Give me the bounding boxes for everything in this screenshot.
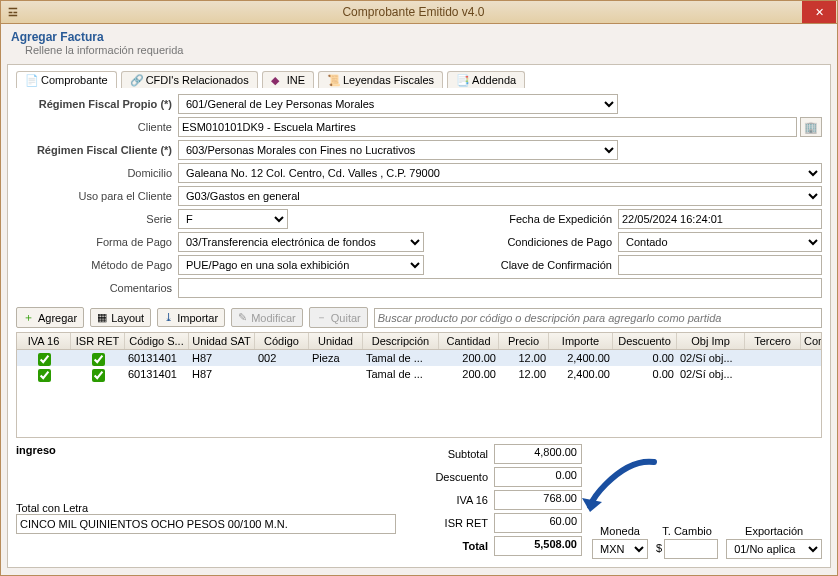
descuento-value: 0.00 <box>494 467 582 487</box>
col-precio[interactable]: Precio <box>499 333 549 349</box>
clave-label: Clave de Confirmación <box>484 259 618 271</box>
moneda-label: Moneda <box>592 525 648 537</box>
cliente-label: Cliente <box>16 121 178 133</box>
col-codsat[interactable]: Código S... <box>125 333 189 349</box>
app-icon: ☲ <box>1 6 25 19</box>
pencil-icon: ✎ <box>238 311 247 324</box>
cond-label: Condiciones de Pago <box>484 236 618 248</box>
total-letra-label: Total con Letra <box>16 502 408 514</box>
layout-button[interactable]: ▦Layout <box>90 308 151 327</box>
col-iva[interactable]: IVA 16 <box>17 333 71 349</box>
total-letra-input[interactable] <box>16 514 396 534</box>
law-icon: 📜 <box>327 74 339 86</box>
currency-symbol: $ <box>656 542 662 554</box>
grid-toolbar: ＋Agregar ▦Layout ⤓Importar ✎Modificar －Q… <box>16 307 822 328</box>
tab-leyendas[interactable]: 📜Leyendas Fiscales <box>318 71 443 88</box>
addenda-icon: 📑 <box>456 74 468 86</box>
regimen-cliente-select[interactable]: 603/Personas Morales con Fines no Lucrat… <box>178 140 618 160</box>
col-isr[interactable]: ISR RET <box>71 333 125 349</box>
col-importe[interactable]: Importe <box>549 333 613 349</box>
table-row[interactable]: 60131401H87002PiezaTamal de ...200.0012.… <box>17 350 821 366</box>
minus-icon: － <box>316 310 327 325</box>
layout-icon: ▦ <box>97 311 107 324</box>
plus-icon: ＋ <box>23 310 34 325</box>
items-grid: IVA 16 ISR RET Código S... Unidad SAT Có… <box>16 332 822 438</box>
grid-header: IVA 16 ISR RET Código S... Unidad SAT Có… <box>17 333 821 350</box>
document-icon: 📄 <box>25 74 37 86</box>
col-codigo[interactable]: Código <box>255 333 309 349</box>
serie-select[interactable]: F <box>178 209 288 229</box>
import-icon: ⤓ <box>164 311 173 324</box>
importar-button[interactable]: ⤓Importar <box>157 308 225 327</box>
cliente-input[interactable] <box>178 117 797 137</box>
clave-input[interactable] <box>618 255 822 275</box>
domicilio-select[interactable]: Galeana No. 12 Col. Centro, Cd. Valles ,… <box>178 163 822 183</box>
isr-label: ISR RET <box>408 517 488 529</box>
cond-select[interactable]: Contado <box>618 232 822 252</box>
page-subtitle: Rellene la información requerida <box>25 44 827 56</box>
quitar-button: －Quitar <box>309 307 368 328</box>
iva-checkbox[interactable] <box>38 369 51 382</box>
tab-addenda[interactable]: 📑Addenda <box>447 71 525 88</box>
fecha-input[interactable] <box>618 209 822 229</box>
col-objimp[interactable]: Obj Imp <box>677 333 745 349</box>
app-window: ☲ Comprobante Emitido v4.0 ✕ Agregar Fac… <box>0 0 838 576</box>
table-row[interactable]: 60131401H87Tamal de ...200.0012.002,400.… <box>17 366 821 382</box>
col-comenta[interactable]: Comenta... <box>801 333 822 349</box>
tcambio-input[interactable] <box>664 539 718 559</box>
agregar-button[interactable]: ＋Agregar <box>16 307 84 328</box>
tab-cfdis[interactable]: 🔗CFDI's Relacionados <box>121 71 258 88</box>
col-cantidad[interactable]: Cantidad <box>439 333 499 349</box>
serie-label: Serie <box>16 213 178 225</box>
comentarios-label: Comentarios <box>16 282 178 294</box>
subtotal-value: 4,800.00 <box>494 444 582 464</box>
isr-checkbox[interactable] <box>92 369 105 382</box>
export-label: Exportación <box>726 525 822 537</box>
titlebar: ☲ Comprobante Emitido v4.0 ✕ <box>1 1 837 24</box>
uso-select[interactable]: G03/Gastos en general <box>178 186 822 206</box>
fecha-label: Fecha de Expedición <box>484 213 618 225</box>
modificar-button: ✎Modificar <box>231 308 303 327</box>
window-title: Comprobante Emitido v4.0 <box>25 5 802 19</box>
col-unidad[interactable]: Unidad <box>309 333 363 349</box>
col-descuento[interactable]: Descuento <box>613 333 677 349</box>
building-icon: 🏢 <box>804 121 818 134</box>
subheader: Agregar Factura Rellene la información r… <box>1 24 837 58</box>
total-label: Total <box>408 540 488 552</box>
comentarios-input[interactable] <box>178 278 822 298</box>
descuento-label: Descuento <box>408 471 488 483</box>
tcambio-label: T. Cambio <box>656 525 718 537</box>
tipo-comprobante: ingreso <box>16 444 408 456</box>
forma-label: Forma de Pago <box>16 236 178 248</box>
domicilio-label: Domicilio <box>16 167 178 179</box>
regimen-cliente-label: Régimen Fiscal Cliente (*) <box>16 144 178 156</box>
metodo-label: Método de Pago <box>16 259 178 271</box>
close-button[interactable]: ✕ <box>802 1 836 23</box>
tab-comprobante[interactable]: 📄Comprobante <box>16 71 117 88</box>
iva-value: 768.00 <box>494 490 582 510</box>
tab-ine[interactable]: ◆INE <box>262 71 314 88</box>
col-tercero[interactable]: Tercero <box>745 333 801 349</box>
annotation-arrow <box>576 454 666 524</box>
page-title: Agregar Factura <box>11 30 827 44</box>
isr-checkbox[interactable] <box>92 353 105 366</box>
moneda-select[interactable]: MXN <box>592 539 648 559</box>
metodo-select[interactable]: PUE/Pago en una sola exhibición <box>178 255 424 275</box>
link-icon: 🔗 <box>130 74 142 86</box>
search-input[interactable] <box>374 308 822 328</box>
diamond-icon: ◆ <box>271 74 283 86</box>
cliente-lookup-button[interactable]: 🏢 <box>800 117 822 137</box>
export-select[interactable]: 01/No aplica <box>726 539 822 559</box>
content-pane: 📄Comprobante 🔗CFDI's Relacionados ◆INE 📜… <box>7 64 831 568</box>
regimen-propio-select[interactable]: 601/General de Ley Personas Morales <box>178 94 618 114</box>
regimen-propio-label: Régimen Fiscal Propio (*) <box>16 98 178 110</box>
uso-label: Uso para el Cliente <box>16 190 178 202</box>
subtotal-label: Subtotal <box>408 448 488 460</box>
iva-label: IVA 16 <box>408 494 488 506</box>
col-unidadsat[interactable]: Unidad SAT <box>189 333 255 349</box>
tab-strip: 📄Comprobante 🔗CFDI's Relacionados ◆INE 📜… <box>16 71 822 88</box>
iva-checkbox[interactable] <box>38 353 51 366</box>
forma-select[interactable]: 03/Transferencia electrónica de fondos <box>178 232 424 252</box>
isr-value: 60.00 <box>494 513 582 533</box>
col-descripcion[interactable]: Descripción <box>363 333 439 349</box>
